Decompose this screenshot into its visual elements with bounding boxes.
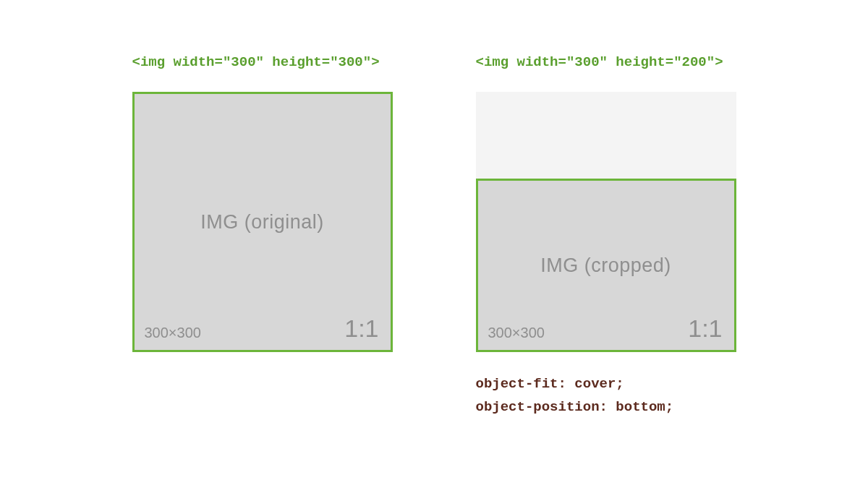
right-column: <img width="300" height="200"> IMG (crop… [476,54,736,419]
cropped-image-box: IMG (cropped) 300×300 1:1 [476,179,736,352]
cropped-size-text: 300×300 [488,325,545,341]
left-column: <img width="300" height="300"> IMG (orig… [132,54,393,352]
css-properties-footer: object-fit: cover; object-position: bott… [476,372,674,419]
right-code-header: <img width="300" height="200"> [476,54,723,70]
css-line-1: object-fit: cover; [476,372,674,395]
original-size-text: 300×300 [145,325,201,341]
left-code-header: <img width="300" height="300"> [132,54,380,70]
css-line-2: object-position: bottom; [476,395,674,419]
cropped-ratio-text: 1:1 [688,314,722,343]
original-image-label: IMG (original) [200,211,324,234]
cropped-image-label: IMG (cropped) [540,254,671,277]
original-image-box: IMG (original) 300×300 1:1 [132,92,393,352]
cropped-ghost-area [476,92,736,179]
original-ratio-text: 1:1 [344,314,378,343]
